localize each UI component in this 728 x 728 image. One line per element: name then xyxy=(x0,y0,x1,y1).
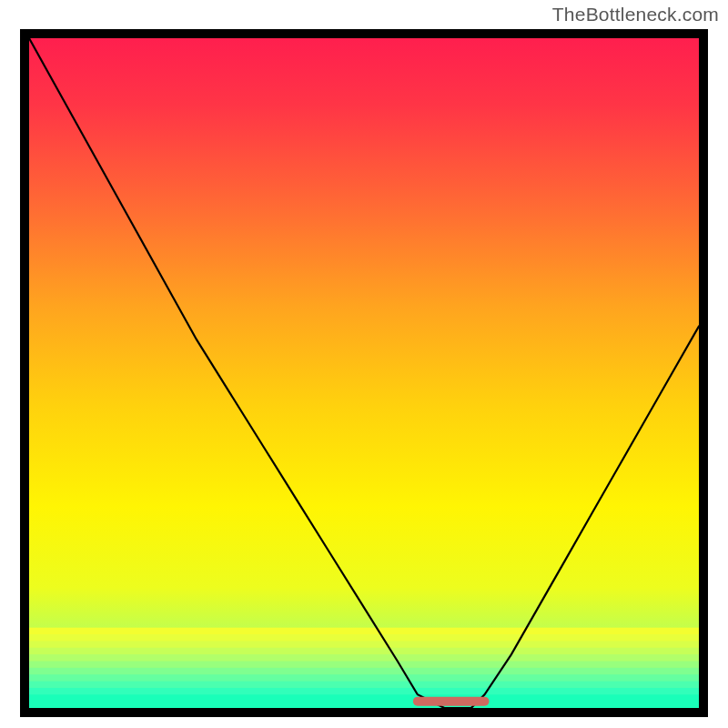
svg-rect-3 xyxy=(29,648,699,655)
svg-rect-9 xyxy=(29,688,699,695)
bottom-stripes xyxy=(29,628,699,708)
bottleneck-chart xyxy=(29,38,699,708)
svg-rect-7 xyxy=(29,674,699,682)
svg-rect-4 xyxy=(29,654,699,662)
attribution-text: TheBottleneck.com xyxy=(552,4,719,25)
svg-rect-10 xyxy=(29,694,699,702)
svg-rect-6 xyxy=(29,668,699,675)
svg-rect-8 xyxy=(29,682,699,689)
svg-rect-0 xyxy=(29,628,699,635)
svg-rect-2 xyxy=(29,641,699,648)
chart-frame xyxy=(20,29,708,717)
svg-rect-11 xyxy=(29,702,699,708)
svg-rect-1 xyxy=(29,634,699,642)
svg-rect-5 xyxy=(29,661,699,668)
